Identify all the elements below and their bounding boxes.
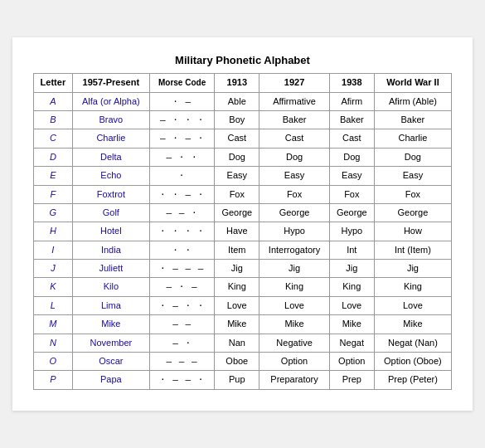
cell-r2-c5: Cast bbox=[329, 129, 374, 148]
cell-r6-c0: G bbox=[34, 203, 73, 222]
cell-r8-c3: Item bbox=[215, 241, 259, 259]
table-row: GGolf— — ·GeorgeGeorgeGeorgeGeorge bbox=[34, 203, 452, 222]
table-row: KKilo— · —KingKingKingKing bbox=[34, 278, 452, 296]
cell-r3-c3: Dog bbox=[215, 148, 259, 166]
table-row: PPapa· — — ·PupPreparatoryPrepPrep (Pete… bbox=[34, 371, 452, 389]
phonetic-alphabet-table: Letter1957-PresentMorse Code191319271938… bbox=[33, 73, 452, 390]
cell-r5-c0: F bbox=[34, 185, 73, 203]
cell-r3-c5: Dog bbox=[329, 148, 374, 166]
cell-r2-c6: Charlie bbox=[374, 129, 451, 148]
cell-r1-c2: — · · · bbox=[149, 110, 214, 129]
cell-r9-c1: Juliett bbox=[72, 260, 149, 278]
table-row: BBravo— · · ·BoyBakerBakerBaker bbox=[34, 110, 452, 129]
cell-r1-c3: Boy bbox=[215, 110, 259, 129]
cell-r6-c5: George bbox=[329, 203, 374, 222]
cell-r9-c4: Jig bbox=[259, 260, 329, 278]
cell-r12-c3: Mike bbox=[215, 315, 259, 334]
cell-r13-c6: Negat (Nan) bbox=[374, 334, 451, 352]
cell-r8-c2: · · bbox=[149, 241, 214, 259]
cell-r14-c2: — — — bbox=[149, 353, 214, 371]
cell-r4-c5: Easy bbox=[329, 167, 374, 185]
cell-r2-c2: — · — · bbox=[149, 129, 214, 148]
cell-r14-c3: Oboe bbox=[215, 353, 259, 371]
table-row: AAlfa (or Alpha)· —AbleAffirmativeAfirmA… bbox=[34, 92, 452, 110]
cell-r14-c1: Oscar bbox=[72, 353, 149, 371]
table-row: EEcho·EasyEasyEasyEasy bbox=[34, 167, 452, 185]
cell-r13-c2: — · bbox=[149, 334, 214, 352]
cell-r1-c4: Baker bbox=[259, 110, 329, 129]
cell-r4-c4: Easy bbox=[259, 167, 329, 185]
table-row: OOscar— — —OboeOptionOptionOption (Oboe) bbox=[34, 353, 452, 371]
cell-r2-c4: Cast bbox=[259, 129, 329, 148]
cell-r9-c6: Jig bbox=[374, 260, 451, 278]
cell-r6-c1: Golf bbox=[72, 203, 149, 222]
cell-r0-c0: A bbox=[34, 92, 73, 110]
cell-r14-c5: Option bbox=[329, 353, 374, 371]
cell-r8-c0: I bbox=[34, 241, 73, 259]
cell-r14-c6: Option (Oboe) bbox=[374, 353, 451, 371]
table-row: JJuliett· — — —JigJigJigJig bbox=[34, 260, 452, 278]
cell-r7-c0: H bbox=[34, 222, 73, 241]
cell-r10-c0: K bbox=[34, 278, 73, 296]
cell-r3-c4: Dog bbox=[259, 148, 329, 166]
cell-r5-c1: Foxtrot bbox=[72, 185, 149, 203]
cell-r5-c5: Fox bbox=[329, 185, 374, 203]
cell-r10-c1: Kilo bbox=[72, 278, 149, 296]
header-row: Letter1957-PresentMorse Code191319271938… bbox=[34, 74, 452, 92]
cell-r0-c2: · — bbox=[149, 92, 214, 110]
cell-r11-c2: · — · · bbox=[149, 296, 214, 314]
cell-r14-c4: Option bbox=[259, 353, 329, 371]
cell-r15-c5: Prep bbox=[329, 371, 374, 389]
col-header-world-war-ii: World War II bbox=[374, 74, 451, 92]
cell-r15-c2: · — — · bbox=[149, 371, 214, 389]
cell-r7-c6: How bbox=[374, 222, 451, 241]
cell-r11-c1: Lima bbox=[72, 296, 149, 314]
cell-r7-c5: Hypo bbox=[329, 222, 374, 241]
cell-r12-c0: M bbox=[34, 315, 73, 334]
cell-r9-c0: J bbox=[34, 260, 73, 278]
cell-r2-c3: Cast bbox=[215, 129, 259, 148]
cell-r12-c2: — — bbox=[149, 315, 214, 334]
cell-r15-c3: Pup bbox=[215, 371, 259, 389]
cell-r0-c6: Afirm (Able) bbox=[374, 92, 451, 110]
cell-r11-c0: L bbox=[34, 296, 73, 314]
cell-r1-c6: Baker bbox=[374, 110, 451, 129]
cell-r5-c4: Fox bbox=[259, 185, 329, 203]
cell-r9-c5: Jig bbox=[329, 260, 374, 278]
cell-r6-c2: — — · bbox=[149, 203, 214, 222]
cell-r7-c3: Have bbox=[215, 222, 259, 241]
cell-r13-c1: November bbox=[72, 334, 149, 352]
cell-r10-c4: King bbox=[259, 278, 329, 296]
table-row: NNovember— ·NanNegativeNegatNegat (Nan) bbox=[34, 334, 452, 352]
cell-r12-c5: Mike bbox=[329, 315, 374, 334]
cell-r3-c0: D bbox=[34, 148, 73, 166]
cell-r7-c1: Hotel bbox=[72, 222, 149, 241]
cell-r0-c5: Afirm bbox=[329, 92, 374, 110]
cell-r13-c5: Negat bbox=[329, 334, 374, 352]
cell-r8-c6: Int (Item) bbox=[374, 241, 451, 259]
cell-r4-c6: Easy bbox=[374, 167, 451, 185]
cell-r10-c6: King bbox=[374, 278, 451, 296]
cell-r5-c3: Fox bbox=[215, 185, 259, 203]
cell-r1-c1: Bravo bbox=[72, 110, 149, 129]
cell-r4-c0: E bbox=[34, 167, 73, 185]
cell-r11-c5: Love bbox=[329, 296, 374, 314]
table-row: HHotel· · · ·HaveHypoHypoHow bbox=[34, 222, 452, 241]
cell-r7-c4: Hypo bbox=[259, 222, 329, 241]
cell-r8-c4: Interrogatory bbox=[259, 241, 329, 259]
cell-r13-c0: N bbox=[34, 334, 73, 352]
cell-r11-c3: Love bbox=[215, 296, 259, 314]
cell-r14-c0: O bbox=[34, 353, 73, 371]
cell-r11-c6: Love bbox=[374, 296, 451, 314]
col-header-letter: Letter bbox=[34, 74, 73, 92]
cell-r4-c3: Easy bbox=[215, 167, 259, 185]
col-header-1957-present: 1957-Present bbox=[72, 74, 149, 92]
cell-r11-c4: Love bbox=[259, 296, 329, 314]
cell-r2-c0: C bbox=[34, 129, 73, 148]
cell-r8-c5: Int bbox=[329, 241, 374, 259]
cell-r6-c4: George bbox=[259, 203, 329, 222]
cell-r15-c6: Prep (Peter) bbox=[374, 371, 451, 389]
table-row: DDelta— · ·DogDogDogDog bbox=[34, 148, 452, 166]
cell-r10-c5: King bbox=[329, 278, 374, 296]
table-row: IIndia· ·ItemInterrogatoryIntInt (Item) bbox=[34, 241, 452, 259]
